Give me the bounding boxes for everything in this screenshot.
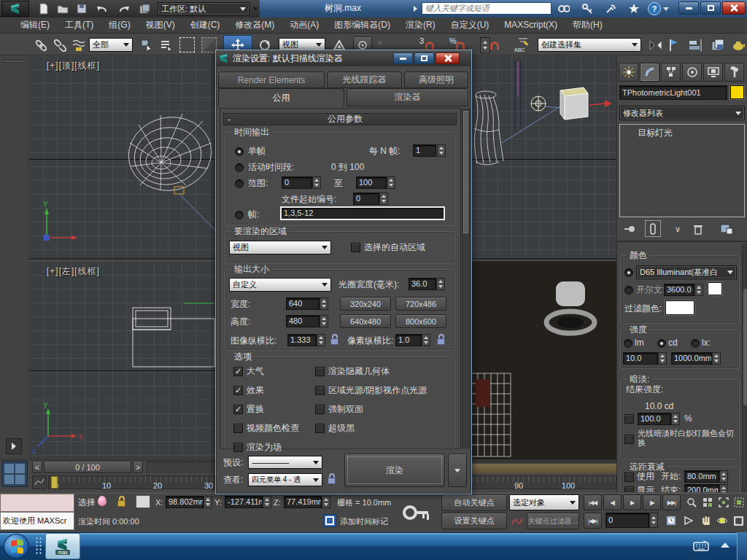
coordinate-display-toggle-icon[interactable] [136,495,150,508]
remove-modifier-icon[interactable] [690,222,706,236]
range-to-field[interactable]: 100 [356,176,387,189]
close-button[interactable] [722,1,746,15]
menu-customize[interactable]: 自定义(U) [451,20,489,31]
tab-raytracer[interactable]: 光线跟踪器 [327,71,402,88]
search-input[interactable]: 键入关键字或短语 [422,2,551,15]
range-from-field[interactable]: 0 [282,176,312,189]
intensity-field[interactable]: 10.0 [623,352,658,365]
render-hidden-label[interactable]: 渲染隐藏几何体 [328,366,390,377]
kelvin-color-swatch[interactable] [708,282,722,295]
tab-utilities[interactable] [724,63,744,82]
auto-region-checkbox[interactable] [351,243,360,252]
y-spinner[interactable] [263,496,271,508]
make-unique-icon[interactable] [670,222,686,236]
menu-graph-editors[interactable]: 图形编辑器(D) [334,20,390,31]
effects-label[interactable]: 效果 [247,385,264,396]
z-coordinate-field[interactable]: 77.419mm [284,496,322,508]
redo-icon[interactable] [115,1,133,16]
help-flyout-icon[interactable] [662,6,670,12]
object-name-field[interactable]: TPhotometricLight001 [619,85,727,100]
undo-icon[interactable] [93,1,111,16]
active-segment-radio[interactable] [235,163,244,172]
mirror-icon[interactable] [646,36,665,54]
next-frame-button[interactable] [643,494,661,510]
far-start-spinner[interactable] [719,470,728,483]
menu-rendering[interactable]: 渲染(R) [406,20,436,31]
maximize-viewport-icon[interactable] [731,513,746,529]
pin-stack-icon[interactable] [622,222,638,236]
intensity-spinner[interactable] [658,352,667,365]
dialog-maximize-button[interactable] [414,52,434,64]
viewport-front[interactable] [470,55,616,260]
single-frame-radio[interactable] [235,147,244,156]
far-end-spinner[interactable] [719,484,728,492]
open-file-icon[interactable] [55,2,70,15]
zoom-extents-icon[interactable] [716,494,731,510]
render-button[interactable]: 渲染 [344,454,445,487]
atmospherics-label[interactable]: 大气 [247,366,264,377]
far-use-checkbox[interactable] [624,472,634,482]
maximize-button[interactable] [700,1,721,15]
modifier-stack[interactable]: 目标灯光 [619,124,745,217]
current-frame-field[interactable]: 0 [605,513,649,528]
width-field[interactable]: 640 [286,298,320,310]
range-radio[interactable] [235,179,244,188]
render-to-fields-label[interactable]: 渲染为场 [247,442,282,453]
displacement-label[interactable]: 置换 [247,404,264,415]
single-frame-label[interactable]: 单帧 [248,146,266,157]
d65-radio[interactable] [624,268,633,277]
lx-distance-field[interactable]: 1000.0mm [671,352,712,365]
z-spinner[interactable] [322,496,330,508]
start-button[interactable] [4,534,29,559]
area-mode-dropdown[interactable]: 视图 [229,241,331,254]
render-hidden-checkbox[interactable] [315,367,325,376]
show-desktop-button[interactable] [737,532,747,560]
zoom-mode-icon[interactable] [684,494,699,510]
favorites-star-icon[interactable] [626,1,642,15]
time-tag-icon[interactable] [323,514,336,527]
mini-curve-editor-icon[interactable] [32,475,47,489]
res-640x480-button[interactable]: 640x480 [340,314,391,328]
dialog-minimize-button[interactable] [393,52,413,64]
height-spinner[interactable] [320,315,328,327]
menu-maxscript[interactable]: MAXScript(X) [504,20,557,31]
atmospherics-checkbox[interactable] [233,367,243,376]
dimming-percent-spinner[interactable] [671,413,680,425]
maxscript-mini-listener-bottom[interactable]: 欢迎使用 MAXScr [0,512,74,530]
video-color-check-label[interactable]: 视频颜色检查 [247,423,299,434]
far-show-checkbox[interactable] [624,486,634,492]
key-filters-button[interactable]: 关键点过滤器... [527,513,579,529]
menu-modifiers[interactable]: 修改器(M) [235,20,274,31]
previous-frame-button[interactable] [603,494,622,510]
play-selected-icon[interactable] [681,513,696,529]
area-lights-label[interactable]: 区域光源/阴影视作点光源 [328,385,427,396]
aperture-spinner[interactable] [436,278,445,290]
dimming-percent-checkbox[interactable] [624,414,634,424]
super-black-label[interactable]: 超级黑 [328,423,355,434]
save-icon[interactable] [74,2,89,15]
tab-hierarchy[interactable] [661,63,681,82]
auto-key-button[interactable]: 自动关键点 [441,494,507,511]
edit-named-selection-icon[interactable]: ABC [512,35,534,55]
d65-dropdown[interactable]: D65 Illuminant(基准白 [636,265,737,279]
show-hidden-icons-button[interactable] [721,542,729,548]
select-by-name-icon[interactable] [158,36,175,54]
cd-radio[interactable] [657,339,666,348]
workspace-dropdown[interactable]: 工作区: 默认 [158,2,249,15]
tab-display[interactable] [703,63,723,82]
image-aspect-field[interactable]: 1.333 [287,334,317,346]
menu-help[interactable]: 帮助(H) [573,20,603,31]
filter-color-swatch[interactable] [665,300,694,315]
lm-radio[interactable] [624,339,632,348]
isolate-selection-icon[interactable] [98,496,107,506]
far-start-field[interactable]: 80.0mm [684,470,719,483]
modifier-list-dropdown[interactable]: 修改器列表 [619,106,745,120]
selection-filter-set-dropdown[interactable]: 选定对象 [509,494,579,510]
taskbar-3dsmax-button[interactable]: max [45,533,80,559]
x-coordinate-field[interactable]: 98.802mm [166,496,204,508]
dock-handle[interactable] [3,60,26,63]
app-button[interactable] [1,1,29,17]
menu-create[interactable]: 创建(C) [190,20,220,31]
x-spinner[interactable] [204,496,212,508]
configure-modifier-sets-icon[interactable] [718,220,735,237]
